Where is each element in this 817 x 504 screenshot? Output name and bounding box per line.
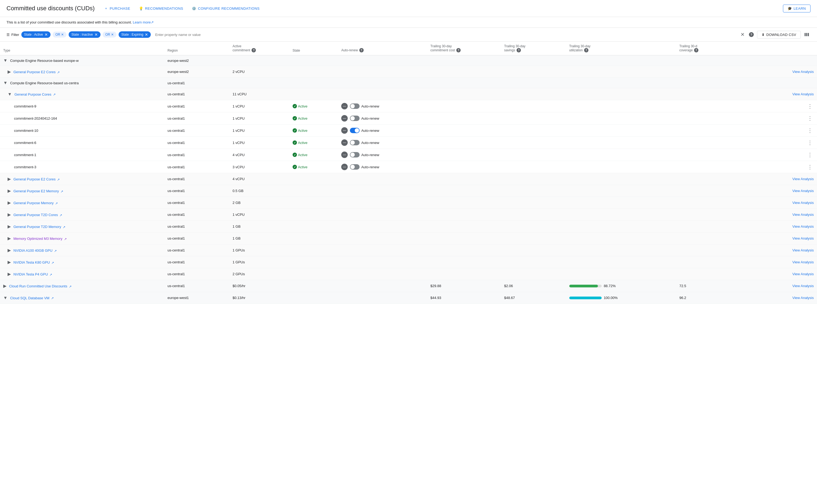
view-analysis-button[interactable]: View Analysis [792,176,814,182]
row-type-link[interactable]: General Purpose Memory ↗ [14,201,58,205]
row-active-cell: 11 vCPU [229,88,289,100]
chip-expiring-close[interactable]: ✕ [145,32,148,37]
auto-renew-toggle[interactable] [350,103,360,109]
row-cost-cell [427,66,501,78]
row-type-link[interactable]: General Purpose T2D Memory ↗ [14,225,65,229]
row-type-link[interactable]: Cloud Run Committed Use Discounts ↗ [9,284,72,288]
expand-icon[interactable]: ▼ [3,295,8,300]
row-cost-cell [427,233,501,244]
more-options-icon[interactable]: ⋮ [806,139,814,147]
expand-icon[interactable]: ▶ [8,189,11,193]
expand-icon[interactable]: ▶ [8,177,11,181]
row-type-link[interactable]: Cloud SQL Database VM ↗ [10,296,53,300]
expand-icon[interactable]: ▶ [8,200,11,205]
row-util-cell [566,88,676,100]
help-active-commitment[interactable]: ? [252,48,256,52]
expand-icon[interactable]: ▶ [8,69,11,74]
row-autorenew-cell [338,209,427,221]
auto-renew-toggle[interactable] [350,116,360,121]
view-analysis-button[interactable]: View Analysis [792,271,814,277]
view-analysis-button[interactable]: View Analysis [792,91,814,97]
row-autorenew-cell [338,185,427,197]
view-analysis-button[interactable]: View Analysis [792,188,814,194]
learn-button[interactable]: 🎓 LEARN [783,5,811,12]
expand-icon[interactable]: ▶ [8,248,11,253]
row-type-link[interactable]: General Purpose T2D Cores ↗ [14,213,62,217]
clear-filter-button[interactable]: ✕ [739,31,746,39]
learn-more-link[interactable]: Learn more↗ [133,20,154,24]
help-coverage[interactable]: ? [694,48,698,52]
filter-input[interactable] [153,32,737,38]
svg-rect-2 [808,33,809,36]
expand-icon[interactable]: ▶ [3,284,6,288]
expand-icon[interactable]: ▶ [8,272,11,276]
help-utilization[interactable]: ? [584,48,588,52]
view-analysis-button[interactable]: View Analysis [792,200,814,206]
help-auto-renew[interactable]: ? [359,48,364,52]
row-coverage-cell [676,88,752,100]
more-options-icon[interactable]: ⋮ [806,151,814,159]
chip-inactive-close[interactable]: ✕ [95,32,98,37]
external-link-icon: ↗ [57,70,60,74]
chip-state-expiring[interactable]: State : Expiring ✕ [119,31,151,38]
expand-icon[interactable]: ▼ [8,92,12,96]
row-action-cell: View Analysis [752,209,817,221]
row-type-link[interactable]: NVIDIA Tesla K80 GPU ↗ [14,260,54,264]
row-autorenew-cell: Auto-renew [338,125,427,137]
more-options-icon[interactable]: ⋮ [806,114,814,122]
chip-active-label: State : Active [24,33,43,36]
download-csv-button[interactable]: ⬇ DOWNLOAD CSV [757,31,801,39]
help-savings[interactable]: ? [517,48,521,52]
more-options-icon[interactable]: ⋮ [806,126,814,135]
view-analysis-button[interactable]: View Analysis [792,223,814,230]
more-options-icon[interactable]: ⋮ [806,102,814,110]
expand-icon[interactable]: ▶ [8,236,11,241]
row-util-cell [566,221,676,233]
auto-renew-toggle[interactable] [350,140,360,145]
row-type-link[interactable]: General Purpose E2 Cores ↗ [14,177,60,181]
plus-icon: ＋ [104,6,108,11]
row-type-link[interactable]: Memory Optimized M3 Memory ↗ [14,237,67,241]
expand-icon[interactable]: ▶ [8,224,11,229]
view-analysis-button[interactable]: View Analysis [792,247,814,253]
view-analysis-button[interactable]: View Analysis [792,235,814,241]
auto-renew-toggle[interactable] [350,164,360,170]
view-analysis-button[interactable]: View Analysis [792,259,814,265]
expand-icon[interactable]: ▶ [8,260,11,264]
view-analysis-button[interactable]: View Analysis [792,211,814,218]
row-type-link[interactable]: NVIDIA Tesla P4 GPU ↗ [14,272,52,276]
expand-icon[interactable]: ▼ [3,80,8,85]
expand-icon[interactable]: ▼ [3,58,8,63]
chip-state-active[interactable]: State : Active ✕ [21,31,51,38]
configure-button[interactable]: ⚙️ CONFIGURE RECOMMENDATIONS [189,5,263,12]
view-analysis-button[interactable]: View Analysis [792,283,814,289]
status-dot [293,104,297,108]
progress-bar-bg [569,297,602,299]
chip-active-close[interactable]: ✕ [45,32,48,37]
row-savings-cell [501,233,566,244]
purchase-button[interactable]: ＋ PURCHASE [101,4,133,12]
view-analysis-button[interactable]: View Analysis [792,295,814,301]
row-coverage-cell [676,125,752,137]
help-cost[interactable]: ? [456,48,461,52]
auto-renew-label: Auto-renew [361,141,379,145]
table-row: ▶ NVIDIA Tesla K80 GPU ↗ us-central1 1 G… [0,256,817,268]
auto-renew-toggle[interactable] [350,128,360,133]
table-row: commitment-6 us-central1 1 vCPU Active [0,137,817,149]
view-analysis-button[interactable]: View Analysis [792,69,814,75]
recommendations-button[interactable]: 💡 RECOMMENDATIONS [136,5,186,12]
column-settings-button[interactable] [803,31,811,38]
chip-or-2: OR ✕ [103,32,116,38]
row-state-cell [289,292,338,304]
expand-icon[interactable]: ▶ [8,212,11,217]
row-type-link[interactable]: General Purpose Cores ↗ [14,92,55,96]
row-type-link[interactable]: NVIDIA A100 40GB GPU ↗ [14,248,57,253]
row-active-cell: 1 GPUs [229,256,289,268]
auto-renew-toggle[interactable] [350,152,360,157]
more-options-icon[interactable]: ⋮ [806,163,814,171]
toggle-knob [350,104,355,108]
chip-state-inactive[interactable]: State : Inactive ✕ [69,31,100,38]
row-type-link[interactable]: General Purpose E2 Memory ↗ [14,189,63,193]
row-type-link[interactable]: General Purpose E2 Cores ↗ [14,70,60,74]
help-button[interactable]: ? [748,31,755,38]
